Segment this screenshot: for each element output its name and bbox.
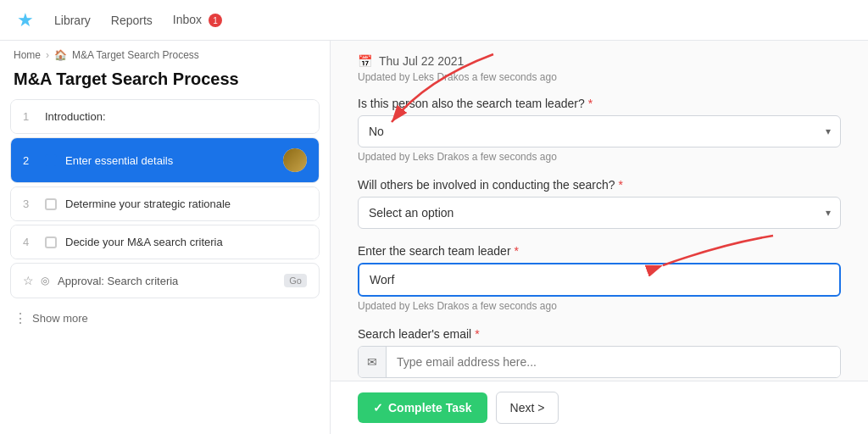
step-list: 1 Introduction: 2 Enter essential detail… [0, 99, 330, 298]
step-2-section: 2 Enter essential details [10, 137, 320, 183]
top-navigation: ★ Library Reports Inbox 1 [0, 0, 868, 41]
required-1: * [588, 97, 593, 110]
date-display: Thu Jul 22 2021 [379, 54, 464, 68]
complete-task-button[interactable]: ✓ Complete Task [358, 392, 487, 423]
nav-library[interactable]: Library [54, 14, 91, 27]
breadcrumb: Home › 🏠 M&A Target Search Process [0, 41, 330, 66]
date-row: 📅 Thu Jul 22 2021 [358, 54, 841, 68]
step-4-checkbox[interactable] [45, 236, 57, 248]
step-2-num: 2 [23, 154, 36, 167]
approval-badge: Go [284, 274, 307, 287]
breadcrumb-sep: › [46, 49, 49, 61]
step-1[interactable]: 1 Introduction: [11, 100, 319, 133]
step-3-checkbox[interactable] [45, 198, 57, 210]
approval-section: ☆ ◎ Approval: Search criteria Go [10, 263, 320, 298]
breadcrumb-icon: 🏠 [54, 49, 67, 61]
approval-row[interactable]: ☆ ◎ Approval: Search criteria Go [11, 264, 319, 298]
avatar [283, 148, 307, 172]
field-label-2: Will others be involved in conducting th… [358, 178, 841, 192]
select-wrapper-2: Select an option Yes No ▾ [358, 197, 841, 229]
nav-inbox[interactable]: Inbox 1 [173, 13, 222, 28]
step-3-section: 3 Determine your strategic rationale [10, 186, 320, 221]
show-more-label: Show more [32, 312, 88, 325]
email-icon: ✉ [359, 347, 387, 377]
email-input-wrapper: ✉ [358, 346, 841, 378]
breadcrumb-home[interactable]: Home [14, 49, 41, 61]
checkmark-icon: ✓ [373, 401, 383, 415]
field-search-team-leader: Enter the search team leader * Updated b… [358, 244, 841, 312]
content-wrapper: 📅 Thu Jul 22 2021 Updated by Leks Drakos… [331, 41, 868, 434]
step-2-checkbox [45, 154, 57, 166]
approval-label: Approval: Search criteria [58, 275, 178, 287]
select-search-team-leader[interactable]: No Yes [358, 115, 841, 147]
page-title: M&A Target Search Process [0, 66, 330, 99]
calendar-icon: 📅 [358, 54, 372, 68]
step-4-num: 4 [23, 236, 36, 248]
step-3-num: 3 [23, 198, 36, 210]
updated-text-top: Updated by Leks Drakos a few seconds ago [358, 71, 841, 83]
step-3-label: Determine your strategic rationale [65, 198, 231, 210]
input-email[interactable] [387, 347, 840, 377]
select-wrapper-1: No Yes ▾ [358, 115, 841, 147]
field-email: Search leader's email * ✉ [358, 327, 841, 378]
required-2: * [619, 178, 623, 192]
approval-icon: ☆ [23, 274, 34, 287]
step-2-label: Enter essential details [65, 154, 173, 167]
field-others-involved: Will others be involved in conducting th… [358, 178, 841, 229]
select-others-involved[interactable]: Select an option Yes No [358, 197, 841, 229]
step-3[interactable]: 3 Determine your strategic rationale [11, 187, 319, 220]
sidebar: Home › 🏠 M&A Target Search Process M&A T… [0, 41, 331, 434]
input-search-team-leader[interactable] [358, 263, 841, 297]
step-1-section: 1 Introduction: [10, 99, 320, 134]
content-area: 📅 Thu Jul 22 2021 Updated by Leks Drakos… [331, 41, 868, 381]
required-3: * [515, 244, 519, 258]
main-layout: Home › 🏠 M&A Target Search Process M&A T… [0, 41, 868, 434]
step-1-label: Introduction: [45, 110, 106, 123]
field-label-3: Enter the search team leader * [358, 244, 841, 258]
step-4-section: 4 Decide your M&A search criteria [10, 225, 320, 259]
nav-reports[interactable]: Reports [111, 14, 153, 27]
step-1-num: 1 [23, 110, 36, 123]
step-4[interactable]: 4 Decide your M&A search criteria [11, 225, 319, 259]
complete-label: Complete Task [388, 401, 472, 415]
logo-icon: ★ [17, 9, 34, 31]
updated-text-3: Updated by Leks Drakos a few seconds ago [358, 300, 841, 312]
updated-text-1: Updated by Leks Drakos a few seconds ago [358, 151, 841, 163]
breadcrumb-current: M&A Target Search Process [72, 49, 199, 61]
field-label-4: Search leader's email * [358, 327, 841, 341]
avatar-image [283, 148, 307, 172]
inbox-badge: 1 [209, 14, 222, 27]
next-button[interactable]: Next > [496, 392, 559, 424]
step-4-label: Decide your M&A search criteria [65, 236, 223, 248]
field-label-1: Is this person also the search team lead… [358, 97, 841, 110]
action-bar: ✓ Complete Task Next > [331, 381, 868, 434]
approval-icon2: ◎ [41, 275, 49, 287]
field-search-team-leader-q: Is this person also the search team lead… [358, 97, 841, 163]
dots-icon: ⋮ [14, 310, 27, 326]
next-label: Next > [510, 401, 545, 415]
show-more[interactable]: ⋮ Show more [0, 302, 330, 335]
step-2[interactable]: 2 Enter essential details [11, 138, 319, 182]
required-4: * [475, 327, 479, 341]
